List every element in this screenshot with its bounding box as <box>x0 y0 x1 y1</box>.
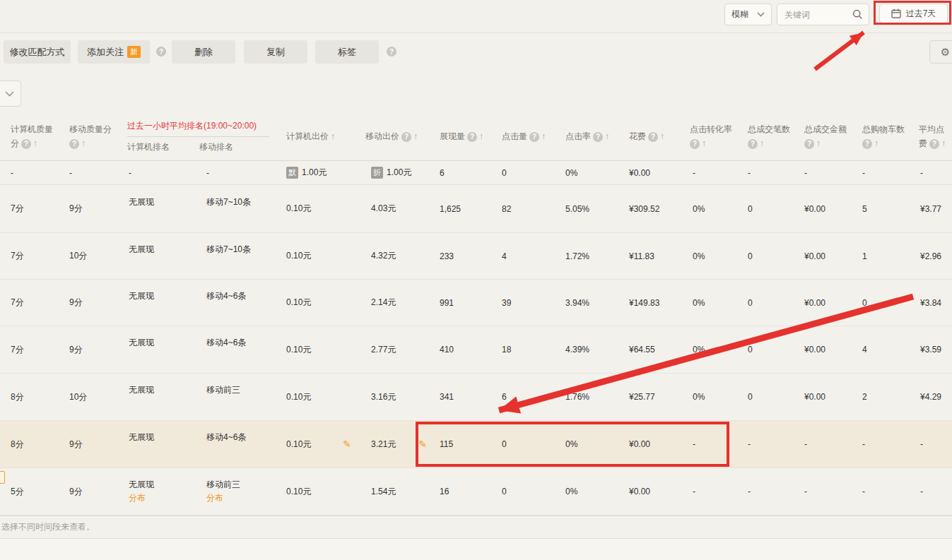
cell-mobile-bid: 2.14元 <box>357 280 433 326</box>
header-carts[interactable]: 总购物车数 ?↑ <box>855 113 913 160</box>
cell-orders: 0 <box>741 280 797 326</box>
help-icon[interactable]: ? <box>648 132 658 142</box>
modify-match-type-button[interactable]: 修改匹配方式 <box>4 40 71 64</box>
add-watch-button[interactable]: 添加关注 新 <box>78 40 150 64</box>
fuzzy-filter-dropdown[interactable]: 模糊 <box>724 4 772 25</box>
distribution-link[interactable]: 分布 <box>206 492 240 505</box>
help-icon[interactable]: ? <box>593 132 603 142</box>
cell-value: 0 <box>748 251 753 261</box>
edit-pencil-icon[interactable]: ✎ <box>343 439 351 450</box>
cell-impressions: 6 <box>433 161 495 184</box>
header-avg-click-cost[interactable]: 平均点 费?↑ <box>913 113 952 160</box>
table-row[interactable]: 5分9分无展现分布移动前三分布0.10元1.54元1600%¥0.00----- <box>0 468 952 516</box>
help-icon[interactable]: ? <box>748 139 758 149</box>
tag-button[interactable]: 标签 <box>315 40 379 64</box>
sort-asc-icon[interactable]: ↑ <box>541 131 546 142</box>
cell-order-amount: ¥0.00 <box>797 280 855 326</box>
cell-impressions: 991 <box>433 280 495 326</box>
cell-value: 3.21元 <box>371 439 396 451</box>
cell-ctr: 4.39% <box>558 326 622 373</box>
help-icon[interactable]: ? <box>690 139 700 149</box>
cell-value: 0.10元 <box>286 203 311 215</box>
help-icon[interactable]: ? <box>929 139 939 149</box>
help-icon[interactable]: ? <box>401 132 411 142</box>
bid-type-badge: 默 <box>286 167 298 179</box>
more-columns-button[interactable]: ⚙ 更 <box>929 40 952 64</box>
cell-value: - <box>920 487 923 496</box>
table-row[interactable]: 8分10分无展现 移动前三 0.10元3.16元34161.76%¥25.770… <box>0 374 952 421</box>
cell-mobile-rank: 移动4~6条 <box>199 421 279 467</box>
table-row[interactable]: ----默1.00元折1.00元600%¥0.00----- <box>0 161 952 185</box>
sort-asc-icon[interactable]: ↑ <box>816 138 821 149</box>
collapse-panel-button[interactable] <box>0 81 21 107</box>
cell-value: 0% <box>693 204 705 214</box>
copy-button[interactable]: 复制 <box>244 40 307 64</box>
header-pc-bid[interactable]: 计算机出价↑ <box>279 113 357 160</box>
bid-type-badge: 折 <box>371 167 383 179</box>
header-order-amount[interactable]: 总成交金额 ?↑ <box>797 113 855 160</box>
sort-asc-icon[interactable]: ↑ <box>479 131 483 142</box>
cell-carts: - <box>855 421 913 467</box>
sort-asc-icon[interactable]: ↑ <box>81 138 86 149</box>
cell-value: - <box>920 168 923 178</box>
sort-asc-icon[interactable]: ↑ <box>413 131 418 142</box>
add-watch-label: 添加关注 <box>87 46 124 59</box>
cell-value: 4 <box>502 251 507 261</box>
header-label: 移动质量分 <box>69 124 122 135</box>
search-icon[interactable] <box>852 9 863 20</box>
help-icon[interactable]: ? <box>387 47 396 56</box>
sort-asc-icon[interactable]: ↑ <box>660 131 664 142</box>
header-impressions[interactable]: 展现量?↑ <box>433 113 495 160</box>
sort-asc-icon[interactable]: ↑ <box>941 138 946 149</box>
table-row[interactable]: 8分9分无展现 移动4~6条 0.10元✎3.21元✎11500%¥0.00--… <box>0 421 952 468</box>
edit-pencil-icon[interactable]: ✎ <box>418 439 427 450</box>
header-pc-rank[interactable]: 计算机排名 <box>127 142 199 153</box>
cell-cost: ¥64.55 <box>622 326 686 373</box>
distribution-link[interactable]: 分布 <box>129 492 154 505</box>
help-icon[interactable]: ? <box>529 132 539 142</box>
cell-pc-rank: 无展现 <box>122 374 199 420</box>
table-row[interactable]: 7分10分无展现 移动7~10条 0.10元4.32元23341.72%¥11.… <box>0 233 952 280</box>
help-icon[interactable]: ? <box>156 47 166 56</box>
header-ctr[interactable]: 点击率?↑ <box>558 113 622 160</box>
header-mobile-rank[interactable]: 移动排名 <box>199 142 233 153</box>
keyword-search-input[interactable] <box>783 9 846 20</box>
cell-value: 410 <box>440 345 454 355</box>
table-row[interactable]: 7分9分无展现 移动4~6条 0.10元2.14元991393.94%¥149.… <box>0 280 952 326</box>
help-icon[interactable]: ? <box>862 139 872 149</box>
delete-button[interactable]: 删除 <box>172 40 235 64</box>
cell-value: 5 <box>862 204 867 214</box>
table-body: ----默1.00元折1.00元600%¥0.00-----7分9分无展现 移动… <box>0 161 952 516</box>
help-icon[interactable]: ? <box>467 132 477 142</box>
cell-value: 233 <box>440 251 454 261</box>
rank-value: 无展现 <box>129 243 154 256</box>
cell-value: 0 <box>748 298 753 308</box>
bottom-strip <box>0 539 952 560</box>
help-icon[interactable]: ? <box>804 139 814 149</box>
cell-mobile-rank: 移动4~6条 <box>199 326 279 373</box>
cell-cvr: 0% <box>686 280 741 326</box>
header-mobile-quality[interactable]: 移动质量分 ?↑ <box>62 113 122 160</box>
table-row[interactable]: 7分9分无展现 移动4~6条 0.10元2.77元410184.39%¥64.5… <box>0 326 952 374</box>
sort-asc-icon[interactable]: ↑ <box>874 138 878 149</box>
cell-value: 0.10元 <box>286 439 311 451</box>
table-row[interactable]: 7分9分无展现 移动7~10条 0.10元4.03元1,625825.05%¥3… <box>0 185 952 233</box>
help-icon[interactable]: ? <box>21 139 31 149</box>
header-mobile-bid[interactable]: 移动出价?↑ <box>357 113 433 160</box>
header-cost[interactable]: 花费?↑ <box>622 113 686 160</box>
sort-asc-icon[interactable]: ↑ <box>33 138 37 149</box>
sort-asc-icon[interactable]: ↑ <box>760 138 764 149</box>
sort-asc-icon[interactable]: ↑ <box>331 131 335 142</box>
rank-value: 移动4~6条 <box>206 336 246 350</box>
rank-value: 移动4~6条 <box>206 290 246 303</box>
header-cvr[interactable]: 点击转化率 ?↑ <box>686 113 741 160</box>
date-range-button[interactable]: 过去7天 <box>879 4 948 23</box>
sort-asc-icon[interactable]: ↑ <box>702 138 706 149</box>
help-icon[interactable]: ? <box>69 139 79 149</box>
cell-pc-rank: 无展现 <box>122 326 199 373</box>
header-pc-quality[interactable]: 计算机质量 分?↑ <box>0 113 62 160</box>
tag-label: 标签 <box>338 46 356 59</box>
header-orders[interactable]: 总成交笔数 ?↑ <box>741 113 797 160</box>
header-clicks[interactable]: 点击量?↑ <box>495 113 558 160</box>
sort-asc-icon[interactable]: ↑ <box>605 131 609 142</box>
